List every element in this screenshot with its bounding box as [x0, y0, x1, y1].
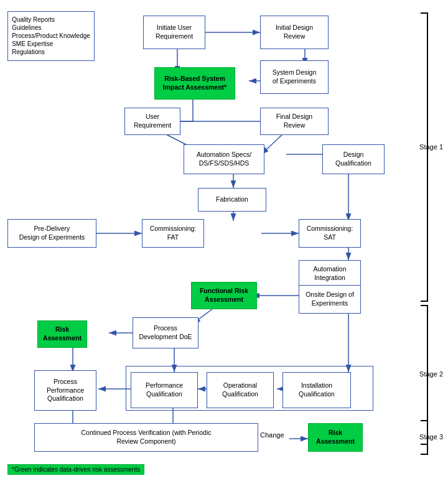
- operational-qual-box: Operational Qualification: [207, 372, 274, 408]
- stage3-label: Stage 3: [419, 433, 443, 441]
- initial-design-review-box: Initial Design Review: [260, 16, 329, 49]
- process-perf-qual-box: Process Performance Qualification: [34, 370, 96, 411]
- risk-based-box: Risk-Based System Impact Assessment*: [154, 67, 235, 100]
- onsite-doe-box: Onsite Design of Experiments: [299, 285, 361, 314]
- commissioning-fat-box: Commissioning: FAT: [142, 219, 204, 248]
- quality-reports-box: Quality Reports Guidelines Process/Produ…: [7, 11, 95, 61]
- final-design-review-box: Final Design Review: [260, 108, 329, 135]
- change-label: Change: [260, 431, 284, 439]
- stage1-label: Stage 1: [419, 143, 443, 151]
- system-doe-box: System Design of Experiments: [260, 60, 329, 94]
- user-req-box: User Requirement: [124, 108, 180, 135]
- risk-assessment1-box: Risk Assessment: [37, 320, 87, 348]
- functional-risk-box: Functional Risk Assessment: [191, 282, 257, 309]
- svg-line-8: [261, 134, 283, 154]
- stage2-label: Stage 2: [419, 370, 443, 378]
- pre-delivery-doe-box: Pre-Delivery Design of Experiments: [7, 219, 96, 248]
- perf-qual-box: Performance Qualification: [131, 372, 198, 408]
- risk-assessment2-box: Risk Assessment: [308, 423, 363, 452]
- commissioning-sat-box: Commissioning: SAT: [299, 219, 361, 248]
- stage1-brace: [421, 12, 428, 302]
- process-dev-doe-box: Process Development DoE: [133, 317, 198, 348]
- diagram-container: Quality Reports Guidelines Process/Produ…: [0, 0, 448, 481]
- design-qual-box: Design Qualification: [322, 144, 385, 174]
- automation-integration-box: Automation Integration: [299, 260, 361, 287]
- fabrication-box: Fabrication: [198, 188, 266, 212]
- initiate-user-req-box: Initiate User Requirement: [143, 16, 205, 49]
- footnote: *Green indicates data-driven risk assess…: [7, 464, 144, 475]
- continued-process-box: Continued Process Verification (with Per…: [34, 423, 258, 452]
- automation-specs-box: Automation Specs/ DS/FS/SDS/HDS: [184, 144, 264, 174]
- installation-qual-box: Installation Qualification: [282, 372, 351, 408]
